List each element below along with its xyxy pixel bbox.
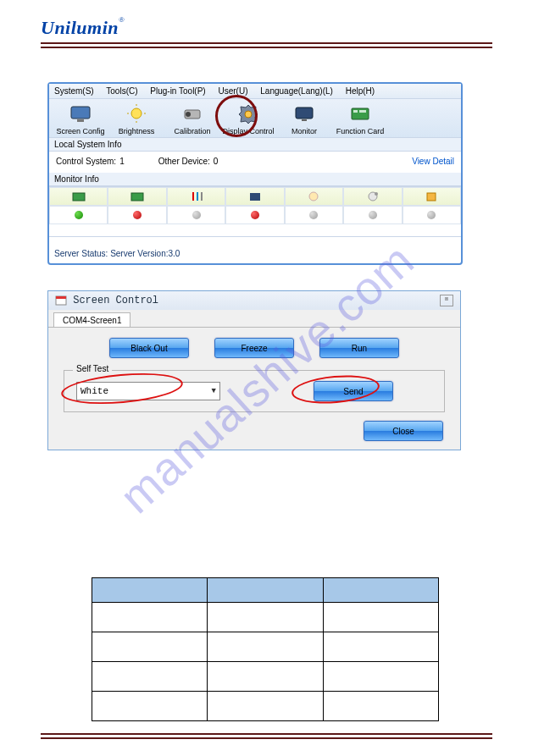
status-dot-red bbox=[251, 211, 259, 219]
toolbar-function-card[interactable]: Function Card bbox=[332, 102, 388, 135]
monitor-status-cell bbox=[285, 206, 343, 224]
toolbar-brightness[interactable]: Brightness bbox=[108, 102, 164, 135]
svg-point-9 bbox=[245, 111, 252, 118]
registered-symbol: ® bbox=[119, 15, 125, 24]
svg-rect-15 bbox=[73, 193, 85, 201]
freeze-button[interactable]: Freeze bbox=[214, 338, 294, 358]
table-row bbox=[92, 632, 439, 662]
menu-tools[interactable]: Tools(C) bbox=[106, 86, 137, 96]
toolbar-label: Display Control bbox=[222, 127, 274, 135]
status-dot-red bbox=[133, 211, 142, 219]
select-value: White bbox=[81, 386, 108, 396]
view-detail-link[interactable]: View Detail bbox=[412, 157, 454, 166]
status-bar: Server Status: Server Version:3.0 bbox=[49, 236, 461, 263]
monitor-header-cell bbox=[49, 187, 108, 206]
monitor-icon bbox=[292, 102, 316, 125]
toolbar-calibration[interactable]: Calibration bbox=[164, 102, 220, 135]
chevron-down-icon: ▼ bbox=[212, 387, 216, 395]
toolbar-label: Monitor bbox=[291, 127, 317, 135]
monitor-status-cell bbox=[108, 206, 166, 224]
local-system-info: Control System: 1 Other Device: 0 View D… bbox=[49, 152, 461, 173]
table-row bbox=[92, 692, 439, 721]
svg-rect-13 bbox=[353, 110, 358, 113]
brand-text: Unilumin bbox=[41, 17, 119, 38]
status-dot-gray bbox=[192, 211, 201, 219]
self-test-select[interactable]: White ▼ bbox=[76, 382, 220, 400]
monitor-header-cell bbox=[167, 187, 225, 206]
brightness-icon bbox=[125, 102, 148, 125]
svg-point-23 bbox=[375, 192, 378, 196]
run-button[interactable]: Run bbox=[319, 338, 399, 358]
display-control-icon bbox=[236, 102, 260, 125]
menu-user[interactable]: User(U) bbox=[218, 86, 247, 96]
svg-rect-20 bbox=[250, 193, 260, 201]
svg-rect-0 bbox=[71, 107, 90, 119]
monitor-status-cell bbox=[167, 206, 225, 224]
svg-rect-1 bbox=[77, 119, 84, 122]
send-button[interactable]: Send bbox=[314, 381, 393, 401]
status-dot-gray bbox=[309, 211, 318, 219]
menu-language[interactable]: Language(Lang)(L) bbox=[260, 86, 333, 96]
monitor-info-label: Monitor Info bbox=[49, 173, 461, 186]
toolbar-label: Screen Config bbox=[56, 127, 104, 135]
close-button[interactable]: Close bbox=[364, 421, 443, 441]
menu-help[interactable]: Help(H) bbox=[346, 86, 375, 96]
app-window-novalct: System(S) Tools(C) Plug-in Tool(P) User(… bbox=[47, 82, 463, 265]
table-row bbox=[92, 603, 439, 632]
table-header-row bbox=[92, 578, 439, 603]
monitor-header-cell bbox=[403, 187, 461, 206]
control-system-label: Control System: bbox=[56, 157, 116, 166]
table-header-cell bbox=[323, 578, 438, 603]
menu-plugin[interactable]: Plug-in Tool(P) bbox=[150, 86, 205, 96]
monitor-status-cell bbox=[49, 206, 108, 224]
svg-rect-10 bbox=[296, 108, 313, 119]
tab-com4-screen1[interactable]: COM4-Screen1 bbox=[53, 312, 130, 328]
screen-control-window: Screen Control ⌧ COM4-Screen1 Black Out … bbox=[47, 290, 461, 450]
toolbar-screen-config[interactable]: Screen Config bbox=[53, 102, 108, 135]
monitor-header-cell bbox=[108, 187, 166, 206]
header-rule bbox=[41, 42, 492, 48]
monitor-header-cell bbox=[343, 187, 402, 206]
table-header-cell bbox=[208, 578, 323, 603]
self-test-fieldset: Self Test White ▼ Send bbox=[64, 370, 445, 412]
monitor-grid bbox=[49, 186, 461, 224]
svg-point-8 bbox=[186, 112, 191, 117]
status-dot-green bbox=[75, 211, 83, 219]
monitor-status-cell bbox=[343, 206, 402, 224]
window-body: Black Out Freeze Run Self Test White ▼ S… bbox=[48, 327, 460, 450]
menubar: System(S) Tools(C) Plug-in Tool(P) User(… bbox=[49, 84, 461, 99]
svg-rect-24 bbox=[427, 193, 436, 201]
toolbar-monitor[interactable]: Monitor bbox=[276, 102, 332, 135]
toolbar-label: Calibration bbox=[174, 127, 210, 135]
document-table bbox=[92, 577, 439, 721]
window-titlebar: Screen Control ⌧ bbox=[48, 291, 460, 310]
other-device-label: Other Device: bbox=[158, 157, 210, 166]
toolbar-label: Brightness bbox=[119, 127, 155, 135]
blackout-button[interactable]: Black Out bbox=[109, 338, 189, 358]
monitor-header-row bbox=[49, 187, 461, 206]
window-title: Screen Control bbox=[73, 295, 158, 306]
calibration-icon bbox=[180, 102, 204, 125]
monitor-status-cell bbox=[225, 206, 284, 224]
footer-rule bbox=[41, 733, 492, 739]
screen-config-icon bbox=[69, 102, 92, 125]
function-card-icon bbox=[348, 102, 372, 125]
control-system-value: 1 bbox=[119, 157, 125, 166]
status-dot-gray bbox=[369, 211, 377, 219]
svg-point-2 bbox=[131, 108, 142, 119]
svg-rect-16 bbox=[131, 193, 143, 201]
monitor-status-row bbox=[49, 206, 461, 224]
table-row bbox=[92, 662, 439, 692]
menu-system[interactable]: System(S) bbox=[54, 86, 94, 96]
window-icon bbox=[55, 295, 67, 306]
svg-point-21 bbox=[309, 192, 318, 201]
toolbar: Screen Config Brightness Calibration Dis… bbox=[49, 99, 461, 138]
local-system-info-label: Local System Info bbox=[49, 138, 461, 152]
svg-rect-26 bbox=[56, 296, 66, 299]
close-icon[interactable]: ⌧ bbox=[440, 295, 453, 306]
toolbar-label: Function Card bbox=[336, 127, 385, 135]
svg-rect-11 bbox=[302, 119, 307, 121]
toolbar-display-control[interactable]: Display Control bbox=[220, 102, 276, 135]
status-dot-gray bbox=[427, 211, 436, 219]
svg-rect-14 bbox=[359, 110, 366, 113]
